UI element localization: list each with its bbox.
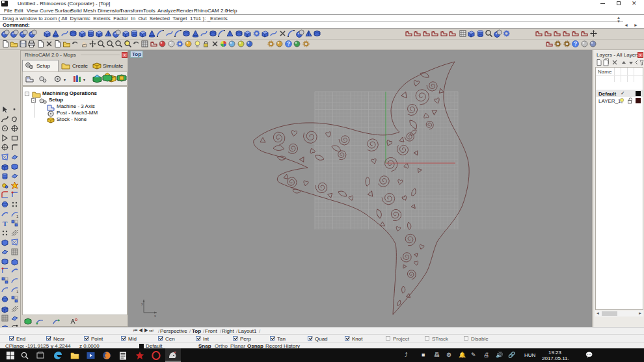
svg-text:1: 1	[16, 290, 19, 294]
svg-text:?: ?	[574, 40, 577, 47]
svg-text:1: 1	[16, 214, 19, 218]
svg-text:x: x	[154, 314, 156, 318]
svg-text:?: ?	[287, 40, 290, 47]
svg-text:y: y	[141, 302, 143, 305]
svg-text:T: T	[3, 220, 8, 227]
